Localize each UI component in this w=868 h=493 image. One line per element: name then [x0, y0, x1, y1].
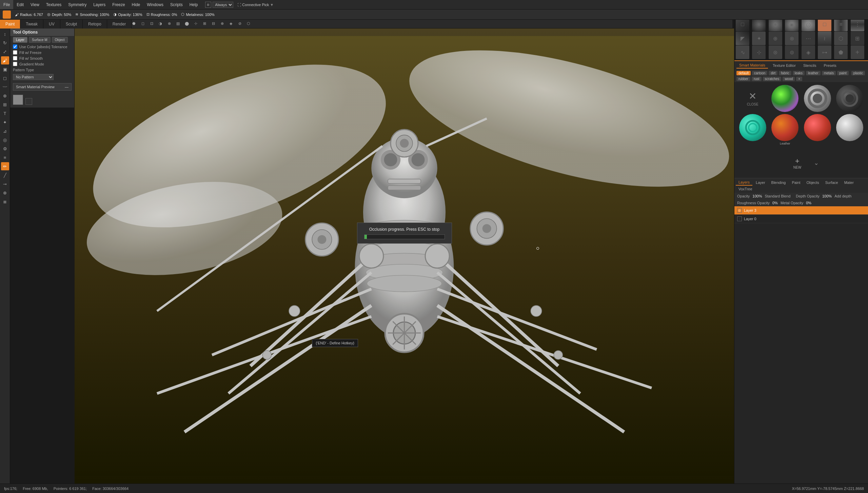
tool-extra5[interactable]: ≣ [1, 197, 9, 206]
sm-pack-leaks[interactable]: leaks [793, 71, 805, 75]
metal-opacity-value[interactable]: 0% [806, 201, 811, 205]
sm-pack-fabric[interactable]: fabric [779, 71, 791, 75]
alpha-item-14[interactable]: ⬡ [834, 32, 848, 45]
depth-opacity-value[interactable]: 100% [822, 194, 832, 198]
alpha-item-17[interactable]: ⊹ [752, 45, 766, 59]
sm-pack-paint[interactable]: paint [837, 71, 849, 75]
tool-scale[interactable]: ⤢ [1, 48, 9, 56]
alpha-item-20[interactable]: ◈ [802, 45, 815, 59]
menu-view[interactable]: View [27, 0, 43, 9]
vp-icon-20[interactable]: ⬡ [245, 20, 252, 27]
sm-pack-rubber[interactable]: rubber [736, 77, 750, 81]
vp-icon-19[interactable]: ⊘ [236, 20, 243, 27]
tab-sculpt[interactable]: Sculpt [60, 20, 83, 29]
sm-pack-wood[interactable]: wood [783, 77, 795, 81]
layers-tab-layers[interactable]: Layers [736, 179, 752, 186]
sm-pack-default[interactable]: default [736, 71, 751, 75]
alpha-item-11[interactable]: ⊗ [785, 32, 798, 45]
sm-material-silver[interactable] [834, 114, 866, 145]
sm-tab-presets[interactable]: Presets [821, 63, 839, 68]
layers-tab-paint[interactable]: Paint [789, 180, 803, 185]
always-select[interactable]: Always [213, 2, 233, 8]
alpha-item-9[interactable]: ✦ [752, 32, 766, 45]
tool-brush[interactable]: 🖌 [1, 56, 9, 64]
background-color[interactable] [25, 98, 32, 105]
roughness-control[interactable]: ⊡ Roughness: 0% [146, 12, 177, 17]
sm-close-button[interactable]: ✕ CLOSE [737, 85, 768, 113]
alpha-item-12[interactable]: ⋯ [802, 32, 815, 45]
tool-extra4[interactable]: ⊗ [1, 189, 9, 197]
sm-pack-cartoon[interactable]: cartoon [752, 71, 767, 75]
tool-text[interactable]: T [1, 109, 9, 117]
sm-pack-metals[interactable]: metals [822, 71, 836, 75]
layers-tab-layer[interactable]: Layer [753, 180, 768, 185]
alpha-item-23[interactable]: + [851, 45, 864, 59]
vp-icon-17[interactable]: ⊕ [218, 20, 226, 27]
sm-new-button[interactable]: + NEW [784, 149, 811, 176]
tool-select[interactable]: ⊞ [1, 100, 9, 109]
layer-0-visibility[interactable]: ◎ [737, 208, 742, 213]
tool-eraser[interactable]: ◻ [1, 74, 9, 82]
tool-settings[interactable]: ⚙ [1, 145, 9, 153]
sm-pack-rust[interactable]: rust [752, 77, 762, 81]
vp-icon-9[interactable]: ⊡ [148, 20, 155, 27]
layers-tab-blending[interactable]: Blending [769, 180, 789, 185]
sm-material-metal-ring[interactable] [802, 85, 833, 113]
sm-pack-scratches[interactable]: scratches [763, 77, 782, 81]
alpha-item-19[interactable]: ⊚ [785, 45, 798, 59]
depth-control[interactable]: ◎ Depth: 50% [47, 12, 71, 17]
tool-move[interactable]: ↕ [1, 30, 9, 38]
menu-symmetry[interactable]: Symmetry [65, 0, 90, 9]
layer-row-0[interactable]: ◎ Layer 3 [734, 206, 868, 215]
tool-extra3[interactable]: ⊸ [1, 180, 9, 188]
alpha-item-4[interactable]: ◎ [802, 18, 815, 31]
alpha-item-1[interactable]: ○ [752, 18, 766, 31]
menu-freeze[interactable]: Freeze [109, 0, 128, 9]
alpha-item-16[interactable]: ∿ [736, 45, 749, 59]
menu-file[interactable]: File [0, 0, 13, 9]
sm-tab-stencils[interactable]: Stencils [801, 63, 819, 68]
viewport[interactable]: Occlusion progress. Press ESC to stop {'… [75, 29, 734, 483]
alpha-item-13[interactable]: ≀ [818, 32, 831, 45]
tool-extra2[interactable]: ╱ [1, 171, 9, 179]
tab-retopo[interactable]: Retopo [83, 20, 107, 29]
alpha-item-21[interactable]: ⊶ [818, 45, 831, 59]
menu-edit[interactable]: Edit [13, 0, 27, 9]
sm-pack-plastic[interactable]: plastic [851, 71, 865, 75]
opacity-value[interactable]: 100% [752, 194, 762, 198]
sm-material-holographic[interactable] [770, 85, 801, 113]
menu-layers[interactable]: Layers [90, 0, 109, 9]
tool-fill[interactable]: ▣ [1, 65, 9, 73]
gradient-mode-checkbox[interactable] [13, 62, 17, 66]
tool-smudge[interactable]: 〰 [1, 83, 9, 91]
alpha-item-2[interactable]: ● [769, 18, 782, 31]
vp-icon-12[interactable]: ▤ [174, 20, 182, 27]
alpha-item-18[interactable]: ⊛ [769, 45, 782, 59]
tool-eyedropper[interactable]: ✦ [1, 118, 9, 126]
vp-icon-13[interactable]: ⬤ [183, 20, 191, 27]
tool-paint-active[interactable]: ✏ [1, 162, 9, 170]
fill-freeze-checkbox[interactable] [13, 50, 17, 55]
sm-tab-texture-editor[interactable]: Texture Editor [770, 63, 798, 68]
radius-control[interactable]: 🖌 Radius: 6.767 [15, 13, 43, 17]
sm-material-teal-coil[interactable] [737, 114, 768, 145]
vp-icon-18[interactable]: ◈ [227, 20, 235, 27]
layers-tab-mater[interactable]: Mater [842, 180, 856, 185]
vp-icon-10[interactable]: ◑ [157, 20, 164, 27]
alpha-item-6[interactable]: ≡ [834, 18, 848, 31]
tab-uv[interactable]: UV [43, 20, 60, 29]
menu-textures[interactable]: Textures [43, 0, 65, 9]
alpha-item-0[interactable]: □ [736, 18, 749, 31]
sm-expand-icon[interactable]: ⌄ [814, 159, 819, 167]
alpha-item-5[interactable]: □ [818, 18, 831, 31]
metalness-control[interactable]: ⬡ Metalness: 100% [181, 12, 214, 17]
menu-hide[interactable]: Hide [129, 0, 144, 9]
smoothing-control[interactable]: ≋ Smoothing: 100% [75, 12, 109, 17]
alpha-item-8[interactable]: ◤ [736, 32, 749, 45]
menu-scripts[interactable]: Scripts [167, 0, 186, 9]
tab-paint[interactable]: Paint [0, 20, 20, 29]
opacity-control[interactable]: ◑ Opacity: 136% [113, 12, 142, 17]
roughness-opacity-value[interactable]: 0% [772, 201, 778, 205]
use-color-checkbox[interactable] [13, 44, 17, 49]
layers-tab-voxtree[interactable]: VoxTree [736, 186, 755, 192]
